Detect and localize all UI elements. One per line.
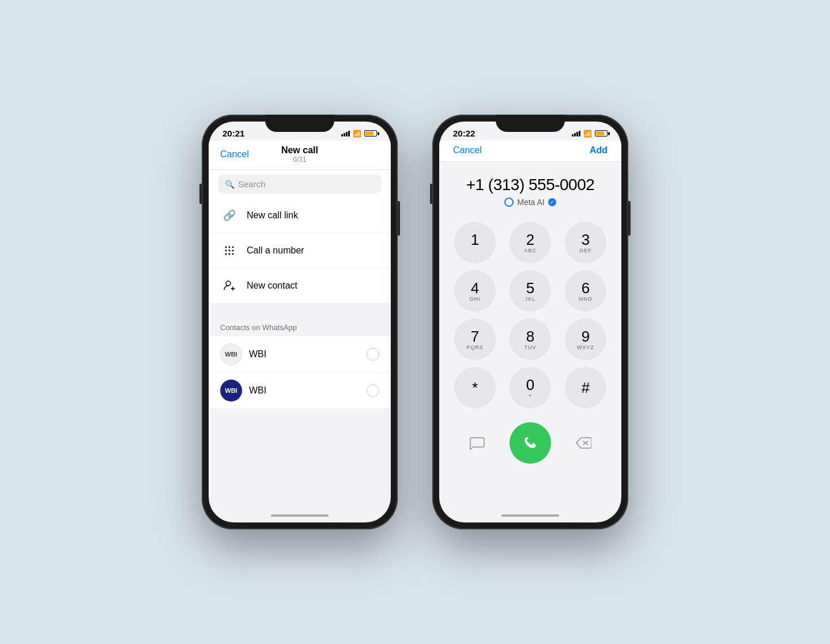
- notch-right: [496, 115, 565, 132]
- menu-item-call-number[interactable]: Call a number: [209, 233, 391, 268]
- svg-point-5: [232, 250, 234, 252]
- svg-point-4: [229, 250, 231, 252]
- contacts-list: WBI WBI WBI WBI: [209, 336, 391, 409]
- signal-icon: [341, 131, 350, 137]
- add-button[interactable]: Add: [590, 145, 608, 156]
- meta-ai-label: Meta AI: [517, 198, 544, 207]
- dial-key-8[interactable]: 8 TUV: [510, 319, 551, 360]
- svg-point-7: [229, 253, 231, 255]
- link-icon: 🔗: [220, 206, 239, 225]
- avatar-wbi-2: WBI: [220, 380, 242, 401]
- status-icons-left: 📶: [341, 130, 377, 138]
- nav-subtitle-left: 0/31: [281, 156, 318, 164]
- phone-right: 20:22 📶 Cancel Add: [432, 115, 628, 529]
- phone-left-screen: 20:21 📶 Cancel: [209, 122, 391, 522]
- notch-left: [265, 115, 334, 132]
- meta-ai-dot-icon: [504, 198, 514, 207]
- dial-key-6[interactable]: 6 MNO: [565, 270, 606, 312]
- dialpad-grid: 1 2 ABC 3 DEF 4 GHI 5 JKL: [439, 213, 621, 418]
- svg-point-0: [225, 247, 227, 248]
- dial-key-0[interactable]: 0 +: [510, 367, 551, 408]
- signal-icon-right: [572, 131, 580, 137]
- title-block-left: New call 0/31: [281, 145, 318, 164]
- wifi-icon-right: 📶: [583, 130, 592, 138]
- battery-icon: [364, 130, 377, 137]
- menu-label-new-call-link: New call link: [247, 210, 298, 221]
- contacts-section-header: Contacts on WhatsApp: [209, 315, 391, 336]
- contact-item-wbi-2[interactable]: WBI WBI: [209, 373, 391, 409]
- svg-point-6: [225, 253, 227, 255]
- phone-number-display: +1 (313) 555-0002 Meta AI ✓: [439, 162, 621, 213]
- delete-action[interactable]: [563, 422, 604, 464]
- time-left: 20:21: [222, 128, 244, 138]
- page-wrapper: 20:21 📶 Cancel: [179, 92, 651, 552]
- dial-key-1[interactable]: 1: [454, 222, 496, 263]
- search-icon: 🔍: [225, 180, 235, 189]
- menu-item-new-call-link[interactable]: 🔗 New call link: [209, 198, 391, 233]
- phone-left: 20:21 📶 Cancel: [202, 115, 398, 529]
- call-button[interactable]: [510, 422, 551, 464]
- nav-title-left: New call: [281, 145, 318, 156]
- dialpad-nav: Cancel Add: [439, 141, 621, 162]
- dialpad-icon: [220, 241, 239, 260]
- dial-key-7[interactable]: 7 PQRS: [454, 319, 496, 360]
- message-action[interactable]: [456, 422, 498, 464]
- dialpad-bottom-bar: [439, 418, 621, 473]
- dial-key-2[interactable]: 2 ABC: [510, 222, 551, 263]
- radio-wbi-1[interactable]: [367, 348, 379, 361]
- dial-key-hash[interactable]: #: [565, 367, 606, 408]
- search-input[interactable]: 🔍 Search: [218, 175, 382, 194]
- dial-key-5[interactable]: 5 JKL: [510, 270, 551, 312]
- search-placeholder: Search: [238, 179, 266, 189]
- cancel-button-right[interactable]: Cancel: [453, 145, 482, 156]
- svg-point-3: [225, 250, 227, 252]
- avatar-wbi-1: WBI: [220, 343, 242, 365]
- menu-item-new-contact[interactable]: New contact: [209, 268, 391, 304]
- menu-list: 🔗 New call link: [209, 198, 391, 304]
- radio-wbi-2[interactable]: [367, 384, 379, 397]
- contact-name-wbi-1: WBI: [249, 349, 266, 359]
- phone-number: +1 (313) 555-0002: [451, 176, 610, 194]
- home-bar-left: [271, 514, 329, 517]
- meta-ai-row: Meta AI ✓: [451, 198, 610, 207]
- home-bar-right: [501, 514, 559, 517]
- dial-key-9[interactable]: 9 WXYZ: [565, 319, 606, 360]
- dial-key-3[interactable]: 3 DEF: [565, 222, 606, 263]
- menu-label-new-contact: New contact: [247, 281, 297, 291]
- dial-key-star[interactable]: *: [454, 367, 496, 408]
- new-contact-icon: [220, 276, 239, 295]
- wifi-icon: 📶: [353, 130, 361, 138]
- svg-point-2: [232, 247, 234, 248]
- svg-point-8: [232, 253, 234, 255]
- search-bar: 🔍 Search: [209, 170, 391, 198]
- time-right: 20:22: [453, 128, 475, 138]
- svg-point-9: [226, 281, 231, 286]
- dial-key-4[interactable]: 4 GHI: [454, 270, 496, 312]
- cancel-button-left[interactable]: Cancel: [220, 149, 249, 160]
- contact-item-wbi-1[interactable]: WBI WBI: [209, 336, 391, 373]
- menu-label-call-number: Call a number: [247, 245, 304, 256]
- nav-bar-left: Cancel New call 0/31: [209, 141, 391, 170]
- meta-ai-verified-icon: ✓: [548, 198, 556, 206]
- status-icons-right: 📶: [572, 130, 608, 138]
- battery-icon-right: [595, 130, 608, 137]
- phone-right-screen: 20:22 📶 Cancel Add: [439, 122, 621, 522]
- contact-name-wbi-2: WBI: [249, 385, 266, 396]
- svg-point-1: [229, 247, 231, 248]
